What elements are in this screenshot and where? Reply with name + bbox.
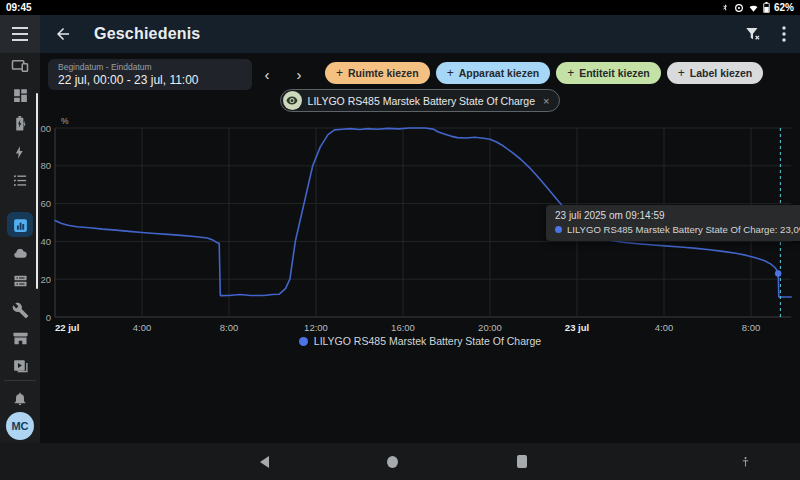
back-button[interactable]	[54, 25, 72, 43]
x-tick-label: 20:00	[478, 322, 502, 333]
sidebar-item-media[interactable]	[0, 352, 40, 380]
sidebar-item-tools[interactable]	[0, 296, 40, 324]
date-range-picker[interactable]: Begindatum - Einddatum 22 jul, 00:00 - 2…	[48, 59, 252, 90]
history-chart-icon	[12, 217, 29, 234]
sidebar-item-dashboard[interactable]	[0, 81, 40, 109]
next-period-button[interactable]: ›	[288, 65, 310, 85]
legend-dot	[299, 337, 308, 346]
hacs-store-icon	[12, 330, 29, 347]
devices-icon	[11, 57, 29, 75]
y-tick-label: 80	[40, 160, 51, 171]
date-range-label: Begindatum - Einddatum	[58, 62, 242, 72]
chip-device-picker[interactable]: + Apparaat kiezen	[436, 62, 551, 84]
chip-label-picker[interactable]: + Label kiezen	[667, 62, 763, 84]
battery-icon	[763, 2, 770, 13]
sidebar-item-server[interactable]	[0, 267, 40, 295]
tooltip-timestamp: 23 juli 2025 om 09:14:59	[555, 210, 800, 221]
y-tick-label: 60	[40, 198, 51, 209]
x-tick-label: 12:00	[304, 322, 328, 333]
entity-eye-badge	[283, 91, 302, 110]
filter-remove-button[interactable]	[744, 25, 762, 43]
back-triangle-icon	[260, 456, 269, 468]
server-icon	[12, 273, 29, 289]
filter-chips-row: + Ruimte kiezen + Apparaat kiezen + Enti…	[325, 62, 763, 84]
y-axis-unit: %	[61, 116, 69, 126]
sidebar: MC	[0, 15, 40, 443]
list-icon	[12, 173, 29, 188]
sidebar-item-energy[interactable]	[0, 138, 40, 166]
x-tick-label: 4:00	[133, 322, 152, 333]
x-tick-label: 22 jul	[55, 322, 79, 333]
accessibility-icon	[740, 455, 751, 469]
current-value-marker	[775, 270, 781, 276]
home-circle-icon	[387, 456, 398, 468]
eye-icon	[286, 96, 298, 105]
chip-area-picker[interactable]: + Ruimte kiezen	[325, 62, 430, 84]
selected-entity-chip[interactable]: LILYGO RS485 Marstek Battery State Of Ch…	[280, 89, 561, 112]
selected-entity-row: LILYGO RS485 Marstek Battery State Of Ch…	[40, 89, 800, 112]
android-nav-bar	[0, 443, 800, 480]
lightning-bolt-icon	[13, 144, 28, 161]
dots-vertical-icon	[782, 26, 786, 42]
plus-icon: +	[678, 66, 685, 80]
tooltip-series-dot	[555, 226, 562, 233]
chip-label: Apparaat kiezen	[459, 67, 540, 79]
chip-label: Label kiezen	[690, 67, 752, 79]
chart-tooltip: 23 juli 2025 om 09:14:59 LILYGO RS485 Ma…	[546, 205, 800, 241]
recents-square-icon	[517, 455, 527, 468]
entity-chip-label: LILYGO RS485 Marstek Battery State Of Ch…	[308, 95, 535, 107]
dashboard-icon	[12, 87, 29, 104]
chip-label: Ruimte kiezen	[348, 67, 419, 79]
sidebar-item-history[interactable]	[0, 211, 40, 239]
wrench-icon	[12, 302, 29, 319]
nav-home-button[interactable]	[368, 443, 416, 480]
sidebar-divider	[4, 380, 36, 381]
sidebar-item-battery[interactable]	[0, 109, 40, 137]
legend-label: LILYGO RS485 Marstek Battery State Of Ch…	[314, 335, 541, 347]
sidebar-toggle-button[interactable]	[0, 15, 40, 53]
sidebar-item-hacs[interactable]	[0, 324, 40, 352]
nav-back-button[interactable]	[240, 443, 288, 480]
date-range-value: 22 jul, 00:00 - 23 jul, 11:00	[58, 73, 242, 87]
chip-label: Entiteit kiezen	[579, 67, 650, 79]
entity-chip-close-icon[interactable]: ×	[541, 95, 551, 107]
chart-legend[interactable]: LILYGO RS485 Marstek Battery State Of Ch…	[40, 335, 800, 347]
overflow-menu-button[interactable]	[782, 26, 786, 42]
x-tick-label: 16:00	[391, 322, 415, 333]
battery-percent: 62%	[774, 2, 794, 13]
chip-entity-picker[interactable]: + Entiteit kiezen	[556, 62, 661, 84]
sidebar-item-devices[interactable]	[0, 52, 40, 80]
y-tick-label: 40	[40, 236, 51, 247]
data-saver-icon	[734, 3, 744, 13]
page-title: Geschiedenis	[94, 25, 200, 43]
app-header: Geschiedenis	[40, 15, 800, 53]
arrow-left-icon	[54, 25, 72, 43]
user-avatar[interactable]: MC	[6, 412, 34, 440]
x-tick-label: 8:00	[742, 322, 761, 333]
sidebar-item-logbook[interactable]	[0, 166, 40, 194]
plus-icon: +	[336, 66, 343, 80]
x-tick-label: 8:00	[220, 322, 239, 333]
bell-icon	[12, 390, 28, 407]
battery-charging-icon	[12, 115, 29, 132]
y-tick-label: 0	[46, 312, 51, 323]
plus-icon: +	[447, 66, 454, 80]
clock: 09:45	[6, 2, 32, 13]
screen: 09:45 62% Geschiedenis	[0, 0, 800, 480]
tooltip-value: LILYGO RS485 Marstek Battery State Of Ch…	[567, 224, 800, 235]
nav-recents-button[interactable]	[498, 443, 546, 480]
bluetooth-icon	[721, 2, 730, 13]
prev-period-button[interactable]: ‹	[256, 65, 278, 85]
sidebar-scrollbar[interactable]	[36, 93, 38, 289]
cloud-icon	[11, 246, 29, 260]
x-tick-label: 23 jul	[565, 322, 589, 333]
nav-accessibility-button[interactable]	[721, 443, 769, 480]
android-status-bar: 09:45 62%	[0, 0, 800, 15]
menu-icon	[11, 27, 29, 41]
media-play-box-icon	[12, 358, 29, 375]
y-tick-label: 100	[40, 123, 51, 134]
sidebar-item-cloud[interactable]	[0, 239, 40, 267]
filter-remove-icon	[744, 25, 762, 43]
sidebar-item-notifications[interactable]	[0, 384, 40, 412]
y-tick-label: 20	[40, 274, 51, 285]
